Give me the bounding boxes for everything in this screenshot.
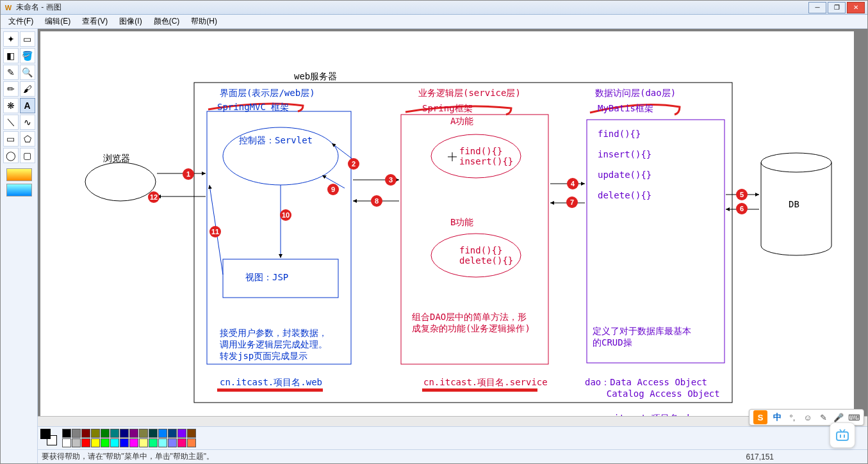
dao-layer-desc: 定义了对于数据库最基本 的CRUD操 [593,326,691,349]
close-button[interactable]: ✕ [847,2,865,13]
canvas-paper[interactable]: 浏览器 web服务器 DB 界面层(表示层/web层) SpringMVC 框架… [40,31,854,426]
tool-airbrush[interactable]: ❋ [3,98,19,113]
web-layer-package: cn.itcast.项目名.web [220,377,322,388]
palette-swatch[interactable] [91,438,100,447]
ime-skin-icon[interactable]: ✎ [817,412,829,423]
menu-help[interactable]: 帮助(H) [186,15,222,28]
tool-magnifier[interactable]: 🔍 [20,65,35,80]
web-layer-title: 界面层(表示层/web层) [220,88,315,99]
badge-8: 8 [371,195,382,207]
tool-eraser[interactable]: ◧ [3,48,19,63]
menu-edit[interactable]: 编辑(E) [40,15,76,28]
web-package-underline [217,388,323,392]
minimize-button[interactable]: ─ [808,2,826,13]
tool-brush[interactable]: 🖌 [20,81,35,97]
tool-freeform-select[interactable]: ✦ [3,31,19,47]
palette-swatch[interactable] [149,438,158,447]
dao-layer-acronym: dao：Data Access Object Catalog Access Ob… [585,377,720,399]
horizontal-scrollbar[interactable] [38,416,867,426]
palette-swatch[interactable] [177,429,186,438]
palette-swatch[interactable] [168,438,177,447]
func-b-title: B功能 [450,217,473,228]
ime-emoji-icon[interactable]: ☺ [802,412,814,423]
controller-label: 控制器：Servlet [239,135,313,147]
palette-swatch[interactable] [91,429,100,438]
badge-2: 2 [348,158,359,170]
badge-12: 12 [148,191,160,203]
palette-swatch[interactable] [62,438,71,447]
palette-swatch[interactable] [139,429,148,438]
palette-swatch[interactable] [158,438,167,447]
status-coords: 617,151 [746,452,774,461]
menu-image[interactable]: 图像(I) [114,15,147,28]
palette-swatch[interactable] [139,438,148,447]
svg-point-9 [761,153,831,172]
palette-swatch[interactable] [149,429,158,438]
menu-view[interactable]: 查看(V) [77,15,113,28]
db-label: DB [789,199,799,209]
dao-layer-framework: MyBatis框架 [598,103,653,115]
canvas-wrap: 浏览器 web服务器 DB 界面层(表示层/web层) SpringMVC 框架… [38,29,867,463]
palette-swatch[interactable] [81,438,90,447]
palette-swatch[interactable] [129,429,138,438]
foreground-color[interactable] [40,429,51,439]
main-area: ✦ ▭ ◧ 🪣 ✎ 🔍 ✏ 🖌 ❋ A ＼ ∿ ▭ ⬠ ◯ ▢ [1,29,867,463]
tool-curve[interactable]: ∿ [20,115,35,130]
palette-swatch[interactable] [81,429,90,438]
palette-swatch[interactable] [177,438,186,447]
ime-punct-icon[interactable]: °, [787,412,798,423]
tool-options [6,168,32,196]
palette-swatch[interactable] [101,438,110,447]
svg-line-20 [332,143,353,159]
tool-pencil[interactable]: ✏ [3,81,19,97]
palette-swatch[interactable] [168,429,177,438]
toolbox: ✦ ▭ ◧ 🪣 ✎ 🔍 ✏ 🖌 ❋ A ＼ ∿ ▭ ⬠ ◯ ▢ [1,29,38,463]
tool-rounded-rect[interactable]: ▢ [20,148,35,163]
palette-swatch[interactable] [187,438,196,447]
foreground-background-swatch[interactable] [40,429,60,448]
badge-10: 10 [280,209,291,221]
tool-rectangle[interactable]: ▭ [3,131,19,147]
palette-swatch[interactable] [101,429,110,438]
view-label: 视图：JSP [245,272,288,284]
badge-7: 7 [566,196,578,208]
canvas-viewport[interactable]: 浏览器 web服务器 DB 界面层(表示层/web层) SpringMVC 框架… [38,29,867,426]
tool-option-2[interactable] [6,184,32,196]
titlebar[interactable]: W 未命名 - 画图 ─ ❐ ✕ [1,1,867,15]
video-overlay-icon[interactable] [830,422,855,448]
menu-colors[interactable]: 颜色(C) [149,15,185,28]
palette-swatch[interactable] [72,429,81,438]
ime-lang[interactable]: 中 [771,412,783,423]
ime-voice-icon[interactable]: 🎤 [833,412,844,423]
app-icon: W [3,3,13,13]
palette-swatch[interactable] [120,438,129,447]
maximize-button[interactable]: ❐ [828,2,846,13]
tool-select[interactable]: ▭ [20,31,35,47]
palette-swatch[interactable] [129,438,138,447]
menu-file[interactable]: 文件(F) [3,15,38,28]
palette-swatch[interactable] [158,429,167,438]
svg-rect-24 [837,432,848,440]
palette-swatch[interactable] [120,429,129,438]
palette-swatch[interactable] [110,438,119,447]
svg-rect-2 [207,111,351,364]
tool-option-1[interactable] [6,168,32,181]
web-layer-framework: SpringMVC 框架 [217,102,289,113]
tool-ellipse[interactable]: ◯ [3,148,19,163]
ime-keyboard-icon[interactable]: ⌨ [848,412,860,423]
app-window: W 未命名 - 画图 ─ ❐ ✕ 文件(F) 编辑(E) 查看(V) 图像(I)… [0,0,868,464]
tool-text[interactable]: A [20,98,35,113]
web-layer-desc: 接受用户参数，封装数据， 调用业务逻辑层完成处理。 转发jsp页面完成显示 [220,328,327,362]
tool-picker[interactable]: ✎ [3,65,19,80]
tool-polygon[interactable]: ⬠ [20,131,35,147]
tool-fill[interactable]: 🪣 [20,48,35,63]
palette-swatch[interactable] [187,429,196,438]
sogou-icon[interactable]: S [753,410,767,424]
palette-swatch[interactable] [72,438,81,447]
tool-line[interactable]: ＼ [3,115,19,130]
badge-3: 3 [385,174,397,186]
dao-layer-methods: find(){} insert(){} update(){} delete(){… [598,129,651,200]
palette-swatch[interactable] [110,429,119,438]
window-title: 未命名 - 画图 [16,2,808,13]
palette-swatch[interactable] [62,429,71,438]
